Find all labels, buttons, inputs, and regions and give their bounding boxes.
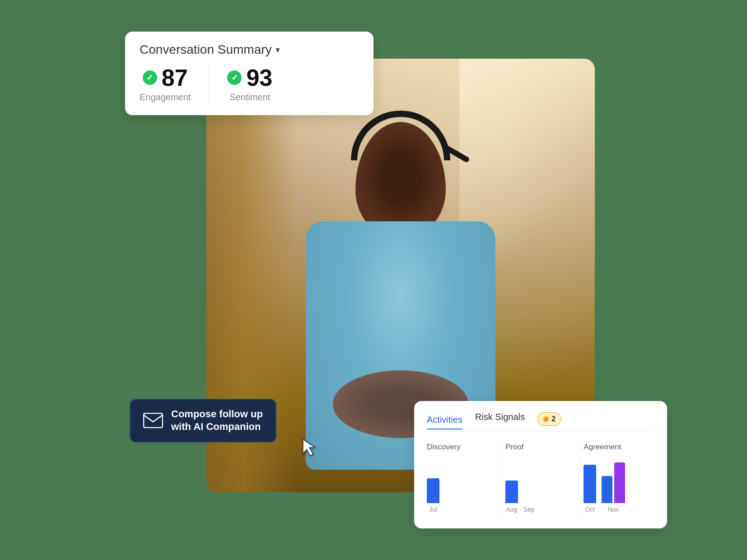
bar-jul-blue	[427, 478, 439, 503]
compose-button[interactable]: Compose follow up with AI Companion	[130, 399, 276, 443]
sentiment-check-icon: ✓	[227, 70, 242, 85]
divider-2	[579, 443, 580, 518]
bar-oct: Oct	[584, 465, 596, 513]
chart-section-proof: Proof Aug Sep	[505, 443, 576, 518]
scene: Conversation Summary ▾ ✓ 87 Engagement ✓…	[125, 32, 622, 528]
proof-bars: Aug Sep	[505, 459, 576, 513]
bar-sep: Sep	[523, 481, 535, 513]
bar-sep-label: Sep	[523, 506, 535, 513]
compose-label: Compose follow up with AI Companion	[171, 408, 263, 434]
summary-title: Conversation Summary	[140, 42, 272, 57]
engagement-metric: ✓ 87 Engagement	[140, 66, 209, 103]
summary-metrics: ✓ 87 Engagement ✓ 93 Sentiment	[140, 66, 359, 103]
sentiment-value-row: ✓ 93	[227, 66, 272, 89]
engagement-value-row: ✓ 87	[143, 66, 188, 89]
discovery-bars: Jul	[427, 459, 498, 513]
bar-jul-label: Jul	[429, 506, 437, 513]
chart-area: Discovery Jul Proof Aug	[427, 443, 654, 518]
mail-icon	[143, 413, 163, 428]
bar-aug-blue	[505, 481, 518, 503]
cursor-icon	[301, 438, 317, 461]
tab-activities[interactable]: Activities	[427, 415, 462, 429]
bar-nov-label: Nov	[608, 506, 619, 513]
dropdown-arrow-icon[interactable]: ▾	[275, 44, 280, 55]
risk-count: 2	[551, 415, 556, 424]
bar-nov-purple	[614, 462, 625, 503]
engagement-check-icon: ✓	[143, 70, 157, 85]
activities-tabs: Activities Risk Signals 2	[427, 412, 654, 432]
engagement-value: 87	[162, 66, 188, 89]
svg-rect-0	[144, 413, 163, 428]
agreement-bars: Oct Nov	[584, 459, 654, 513]
sentiment-value: 93	[246, 66, 272, 89]
bar-oct-blue	[584, 465, 596, 503]
risk-badge: 2	[537, 412, 561, 426]
chart-section-agreement: Agreement Oct Nov	[584, 443, 654, 518]
summary-header: Conversation Summary ▾	[140, 42, 359, 57]
bar-jul: Jul	[427, 478, 439, 513]
agreement-label: Agreement	[584, 443, 654, 452]
engagement-label: Engagement	[140, 92, 191, 103]
chart-section-discovery: Discovery Jul	[427, 443, 498, 518]
discovery-label: Discovery	[427, 443, 498, 452]
activities-card: Activities Risk Signals 2 Discovery Jul	[414, 401, 667, 528]
divider-1	[501, 443, 502, 518]
summary-card: Conversation Summary ▾ ✓ 87 Engagement ✓…	[125, 32, 374, 115]
tab-risk-signals[interactable]: Risk Signals	[475, 412, 525, 426]
sentiment-metric: ✓ 93 Sentiment	[209, 66, 290, 103]
sentiment-label: Sentiment	[229, 92, 270, 103]
bar-oct-label: Oct	[585, 506, 595, 513]
bar-nov: Nov	[602, 462, 625, 513]
bar-aug-label: Aug	[506, 506, 517, 513]
proof-label: Proof	[505, 443, 576, 452]
bar-nov-blue	[602, 476, 612, 503]
risk-dot-icon	[543, 416, 549, 422]
bar-aug: Aug	[505, 481, 518, 513]
